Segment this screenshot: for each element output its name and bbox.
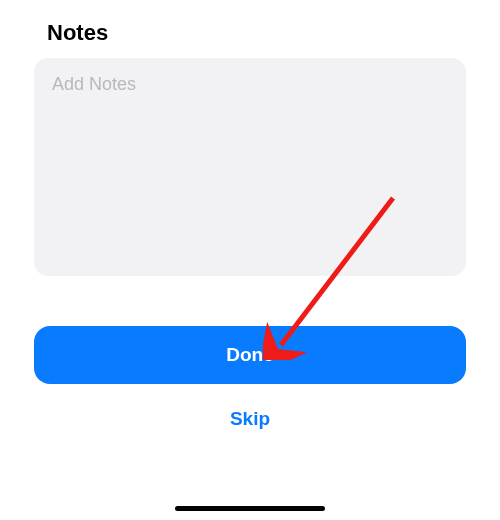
notes-input[interactable]: [34, 58, 466, 276]
skip-button[interactable]: Skip: [34, 408, 466, 430]
done-button[interactable]: Done: [34, 326, 466, 384]
page-title: Notes: [34, 0, 466, 58]
home-indicator: [175, 506, 325, 511]
